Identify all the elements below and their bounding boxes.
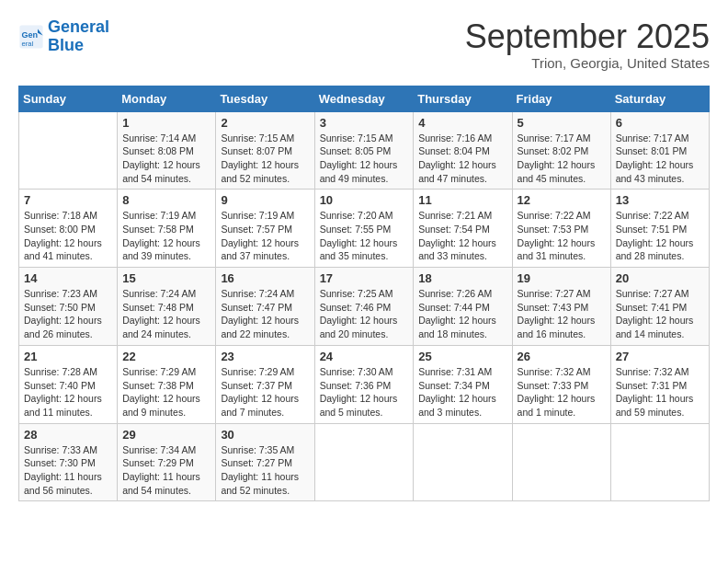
day-info: Sunrise: 7:25 AM Sunset: 7:46 PM Dayligh… — [320, 287, 409, 341]
calendar-cell: 14Sunrise: 7:23 AM Sunset: 7:50 PM Dayli… — [19, 268, 118, 346]
calendar-cell: 13Sunrise: 7:22 AM Sunset: 7:51 PM Dayli… — [610, 190, 709, 268]
weekday-header-row: SundayMondayTuesdayWednesdayThursdayFrid… — [19, 86, 710, 111]
day-number: 18 — [418, 271, 506, 285]
day-info: Sunrise: 7:29 AM Sunset: 7:37 PM Dayligh… — [221, 365, 309, 419]
month-title: September 2025 — [465, 18, 710, 55]
day-number: 12 — [518, 193, 606, 207]
calendar-cell — [414, 423, 512, 501]
calendar-cell: 23Sunrise: 7:29 AM Sunset: 7:37 PM Dayli… — [216, 345, 314, 423]
calendar-cell: 24Sunrise: 7:30 AM Sunset: 7:36 PM Dayli… — [314, 345, 414, 423]
day-number: 7 — [24, 193, 112, 207]
calendar-cell — [314, 423, 414, 501]
day-number: 20 — [616, 271, 704, 285]
weekday-header-wednesday: Wednesday — [314, 86, 414, 111]
day-info: Sunrise: 7:15 AM Sunset: 8:05 PM Dayligh… — [320, 132, 409, 186]
calendar-cell: 19Sunrise: 7:27 AM Sunset: 7:43 PM Dayli… — [512, 268, 610, 346]
calendar-cell: 10Sunrise: 7:20 AM Sunset: 7:55 PM Dayli… — [314, 190, 414, 268]
day-number: 8 — [122, 193, 210, 207]
day-info: Sunrise: 7:27 AM Sunset: 7:43 PM Dayligh… — [518, 287, 606, 341]
day-info: Sunrise: 7:31 AM Sunset: 7:34 PM Dayligh… — [418, 365, 506, 419]
day-number: 22 — [122, 350, 210, 363]
logo-text: GeneralBlue — [48, 18, 109, 55]
weekday-header-monday: Monday — [118, 86, 216, 111]
title-block: September 2025 Trion, Georgia, United St… — [465, 18, 710, 71]
calendar-cell: 1Sunrise: 7:14 AM Sunset: 8:08 PM Daylig… — [118, 111, 216, 190]
day-info: Sunrise: 7:21 AM Sunset: 7:54 PM Dayligh… — [418, 209, 506, 263]
calendar-cell: 9Sunrise: 7:19 AM Sunset: 7:57 PM Daylig… — [216, 190, 314, 268]
day-number: 24 — [320, 350, 409, 363]
calendar-cell: 18Sunrise: 7:26 AM Sunset: 7:44 PM Dayli… — [414, 268, 512, 346]
day-number: 26 — [518, 350, 606, 363]
page-header: Gen eral GeneralBlue September 2025 Trio… — [18, 18, 710, 71]
weekday-header-tuesday: Tuesday — [216, 86, 314, 111]
day-info: Sunrise: 7:34 AM Sunset: 7:29 PM Dayligh… — [122, 443, 210, 498]
day-info: Sunrise: 7:18 AM Sunset: 8:00 PM Dayligh… — [24, 209, 112, 263]
calendar-cell: 27Sunrise: 7:32 AM Sunset: 7:31 PM Dayli… — [610, 345, 709, 423]
svg-text:Gen: Gen — [22, 30, 39, 40]
week-row-4: 21Sunrise: 7:28 AM Sunset: 7:40 PM Dayli… — [19, 345, 710, 423]
day-info: Sunrise: 7:30 AM Sunset: 7:36 PM Dayligh… — [320, 365, 409, 419]
day-info: Sunrise: 7:19 AM Sunset: 7:57 PM Dayligh… — [221, 209, 309, 263]
day-info: Sunrise: 7:20 AM Sunset: 7:55 PM Dayligh… — [320, 209, 409, 263]
day-number: 5 — [518, 116, 606, 130]
day-info: Sunrise: 7:26 AM Sunset: 7:44 PM Dayligh… — [418, 287, 506, 341]
day-number: 3 — [320, 116, 409, 130]
calendar-cell: 15Sunrise: 7:24 AM Sunset: 7:48 PM Dayli… — [118, 268, 216, 346]
day-number: 4 — [418, 116, 506, 130]
day-number: 1 — [122, 116, 210, 130]
calendar-cell: 29Sunrise: 7:34 AM Sunset: 7:29 PM Dayli… — [118, 423, 216, 501]
calendar-cell: 20Sunrise: 7:27 AM Sunset: 7:41 PM Dayli… — [610, 268, 709, 346]
day-number: 21 — [24, 350, 112, 363]
calendar-cell: 3Sunrise: 7:15 AM Sunset: 8:05 PM Daylig… — [314, 111, 414, 190]
day-number: 27 — [616, 350, 704, 363]
day-number: 10 — [320, 193, 409, 207]
calendar-table: SundayMondayTuesdayWednesdayThursdayFrid… — [18, 86, 710, 502]
day-number: 29 — [122, 428, 210, 442]
day-info: Sunrise: 7:17 AM Sunset: 8:01 PM Dayligh… — [616, 132, 704, 186]
logo-icon: Gen eral — [18, 24, 44, 50]
calendar-cell: 12Sunrise: 7:22 AM Sunset: 7:53 PM Dayli… — [512, 190, 610, 268]
day-info: Sunrise: 7:22 AM Sunset: 7:51 PM Dayligh… — [616, 209, 704, 263]
day-info: Sunrise: 7:19 AM Sunset: 7:58 PM Dayligh… — [122, 209, 210, 263]
svg-text:eral: eral — [22, 40, 34, 48]
logo: Gen eral GeneralBlue — [18, 18, 109, 55]
calendar-cell: 17Sunrise: 7:25 AM Sunset: 7:46 PM Dayli… — [314, 268, 414, 346]
calendar-cell: 11Sunrise: 7:21 AM Sunset: 7:54 PM Dayli… — [414, 190, 512, 268]
calendar-cell: 26Sunrise: 7:32 AM Sunset: 7:33 PM Dayli… — [512, 345, 610, 423]
day-info: Sunrise: 7:24 AM Sunset: 7:47 PM Dayligh… — [221, 287, 309, 341]
calendar-cell: 21Sunrise: 7:28 AM Sunset: 7:40 PM Dayli… — [19, 345, 118, 423]
day-number: 9 — [221, 193, 309, 207]
day-number: 13 — [616, 193, 704, 207]
day-number: 2 — [221, 116, 309, 130]
day-number: 19 — [518, 271, 606, 285]
day-info: Sunrise: 7:33 AM Sunset: 7:30 PM Dayligh… — [24, 443, 112, 498]
day-number: 14 — [24, 271, 112, 285]
calendar-cell: 6Sunrise: 7:17 AM Sunset: 8:01 PM Daylig… — [610, 111, 709, 190]
calendar-cell: 16Sunrise: 7:24 AM Sunset: 7:47 PM Dayli… — [216, 268, 314, 346]
day-number: 11 — [418, 193, 506, 207]
week-row-2: 7Sunrise: 7:18 AM Sunset: 8:00 PM Daylig… — [19, 190, 710, 268]
day-number: 15 — [122, 271, 210, 285]
day-info: Sunrise: 7:22 AM Sunset: 7:53 PM Dayligh… — [518, 209, 606, 263]
weekday-header-friday: Friday — [512, 86, 610, 111]
day-info: Sunrise: 7:15 AM Sunset: 8:07 PM Dayligh… — [221, 132, 309, 186]
day-number: 25 — [418, 350, 506, 363]
week-row-3: 14Sunrise: 7:23 AM Sunset: 7:50 PM Dayli… — [19, 268, 710, 346]
calendar-cell: 8Sunrise: 7:19 AM Sunset: 7:58 PM Daylig… — [118, 190, 216, 268]
day-info: Sunrise: 7:32 AM Sunset: 7:33 PM Dayligh… — [518, 365, 606, 419]
weekday-header-sunday: Sunday — [19, 86, 118, 111]
calendar-cell: 22Sunrise: 7:29 AM Sunset: 7:38 PM Dayli… — [118, 345, 216, 423]
calendar-cell — [610, 423, 709, 501]
location: Trion, Georgia, United States — [465, 55, 710, 71]
weekday-header-saturday: Saturday — [610, 86, 709, 111]
week-row-1: 1Sunrise: 7:14 AM Sunset: 8:08 PM Daylig… — [19, 111, 710, 190]
calendar-cell: 5Sunrise: 7:17 AM Sunset: 8:02 PM Daylig… — [512, 111, 610, 190]
calendar-cell — [512, 423, 610, 501]
day-info: Sunrise: 7:35 AM Sunset: 7:27 PM Dayligh… — [221, 443, 309, 498]
calendar-cell: 4Sunrise: 7:16 AM Sunset: 8:04 PM Daylig… — [414, 111, 512, 190]
calendar-cell — [19, 111, 118, 190]
calendar-cell: 25Sunrise: 7:31 AM Sunset: 7:34 PM Dayli… — [414, 345, 512, 423]
week-row-5: 28Sunrise: 7:33 AM Sunset: 7:30 PM Dayli… — [19, 423, 710, 501]
calendar-cell: 30Sunrise: 7:35 AM Sunset: 7:27 PM Dayli… — [216, 423, 314, 501]
day-number: 30 — [221, 428, 309, 442]
